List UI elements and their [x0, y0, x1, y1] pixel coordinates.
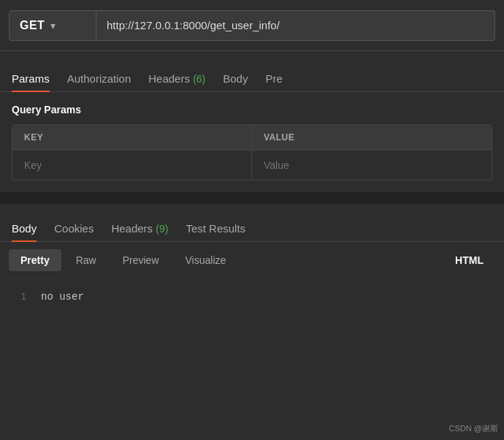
key-input[interactable]	[12, 151, 252, 180]
url-bar: GET ▾	[0, 0, 504, 51]
format-tab-pretty[interactable]: Pretty	[9, 249, 61, 271]
format-type[interactable]: HTML	[443, 249, 495, 271]
watermark: CSDN @谢斯	[449, 423, 498, 434]
response-tab-headers[interactable]: Headers (9)	[111, 216, 168, 242]
params-input-row	[12, 151, 492, 180]
headers-badge: (6)	[193, 73, 205, 85]
method-dropdown[interactable]: GET ▾	[9, 10, 96, 41]
line-code: no user	[41, 291, 84, 303]
query-params-title: Query Params	[12, 104, 492, 115]
params-table: KEY VALUE	[12, 124, 492, 181]
method-label: GET	[20, 19, 45, 32]
key-header: KEY	[12, 125, 252, 150]
format-tab-visualize[interactable]: Visualize	[174, 249, 238, 271]
section-divider	[0, 192, 504, 204]
response-tab-body[interactable]: Body	[12, 216, 37, 242]
line-number: 1	[12, 291, 26, 302]
url-input[interactable]	[96, 10, 495, 41]
tab-pre[interactable]: Pre	[265, 67, 282, 92]
value-input[interactable]	[252, 151, 492, 180]
tab-params[interactable]: Params	[12, 67, 50, 92]
params-header-row: KEY VALUE	[12, 125, 492, 151]
tab-body[interactable]: Body	[223, 67, 248, 92]
response-tabs-bar: Body Cookies Headers (9) Test Results	[0, 204, 504, 242]
response-body: 1 no user	[0, 279, 504, 314]
code-line: 1 no user	[0, 288, 504, 306]
format-tab-raw[interactable]: Raw	[64, 249, 108, 271]
request-tabs-bar: Params Authorization Headers (6) Body Pr…	[0, 51, 504, 92]
response-tab-test-results[interactable]: Test Results	[186, 216, 245, 242]
chevron-down-icon: ▾	[50, 20, 56, 31]
response-headers-badge: (9)	[156, 223, 168, 235]
response-tab-cookies[interactable]: Cookies	[54, 216, 93, 242]
tab-authorization[interactable]: Authorization	[67, 67, 131, 92]
format-tabs-bar: Pretty Raw Preview Visualize HTML	[0, 242, 504, 279]
format-tab-preview[interactable]: Preview	[111, 249, 171, 271]
tab-headers[interactable]: Headers (6)	[148, 67, 205, 92]
query-params-section: Query Params KEY VALUE	[0, 92, 504, 181]
value-header: VALUE	[252, 125, 492, 150]
